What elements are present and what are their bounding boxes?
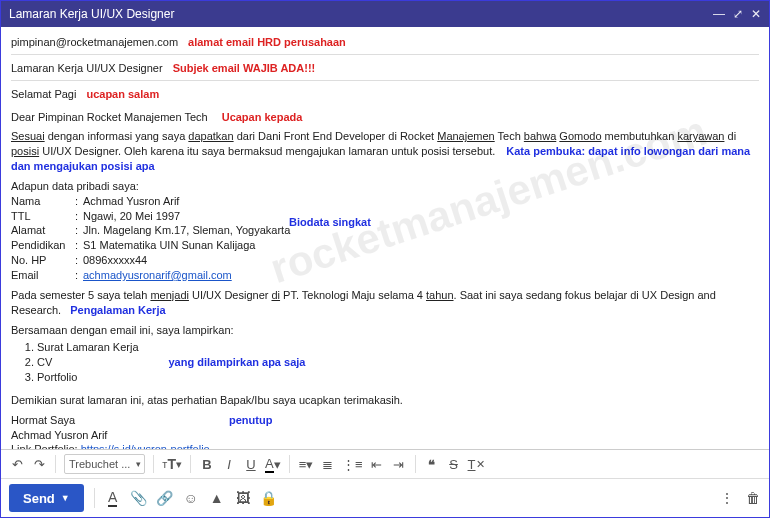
- annotation-close: penutup: [229, 413, 272, 428]
- annotation-subject: Subjek email WAJIB ADA!!!: [173, 61, 316, 76]
- attach-icon[interactable]: 📎: [131, 490, 147, 506]
- quote-icon[interactable]: ❝: [424, 454, 440, 474]
- drive-icon[interactable]: ▲: [209, 490, 225, 506]
- biodata-email-link[interactable]: achmadyusronarif@gmail.com: [83, 268, 232, 283]
- action-bar: Send▼ A 📎 🔗 ☺ ▲ 🖼 🔒 ⋮ 🗑: [1, 479, 769, 517]
- clear-format-button[interactable]: T✕: [468, 454, 485, 474]
- underline-button[interactable]: U: [243, 454, 259, 474]
- annotation-dear: Ucapan kepada: [222, 110, 303, 125]
- attachments-block: Bersamaan dengan email ini, saya lampirk…: [11, 323, 759, 388]
- portfolio-link[interactable]: https://s.id/yusron-portfolio: [81, 443, 210, 449]
- dear-text: Dear Pimpinan Rocket Manajemen Tech: [11, 110, 208, 125]
- close-icon[interactable]: ✕: [751, 7, 761, 21]
- more-icon[interactable]: ⋮: [719, 490, 735, 506]
- maximize-icon[interactable]: ⤢: [733, 7, 743, 21]
- confidential-icon[interactable]: 🔒: [261, 490, 277, 506]
- bullet-list-button[interactable]: ⋮≡: [342, 454, 363, 474]
- bold-button[interactable]: B: [199, 454, 215, 474]
- font-select[interactable]: Trebuchet ...: [64, 454, 145, 474]
- annotation-greet: ucapan salam: [86, 87, 159, 102]
- text-color-button[interactable]: A▾: [265, 454, 281, 474]
- annotation-to: alamat email HRD perusahaan: [188, 35, 346, 50]
- format-toolbar: ↶ ↷ Trebuchet ... тT▾ B I U A▾ ≡▾ ≣ ⋮≡ ⇤…: [1, 449, 769, 479]
- window-title: Lamaran Kerja UI/UX Designer: [9, 7, 713, 21]
- sign-off-1: Hormat Saya: [11, 413, 759, 428]
- sign-off-2: Achmad Yusron Arif: [11, 428, 759, 443]
- experience-paragraph: Pada semester 5 saya telah menjadi UI/UX…: [11, 288, 759, 318]
- send-button[interactable]: Send▼: [9, 484, 84, 512]
- closing-text: Demikian surat lamaran ini, atas perhati…: [11, 393, 759, 408]
- intro-paragraph: Sesuai dengan informasi yang saya dapatk…: [11, 129, 759, 174]
- image-icon[interactable]: 🖼: [235, 490, 251, 506]
- font-size-icon[interactable]: тT▾: [162, 454, 182, 474]
- redo-icon[interactable]: ↷: [31, 454, 47, 474]
- align-button[interactable]: ≡▾: [298, 454, 314, 474]
- text-format-icon[interactable]: A: [105, 490, 121, 506]
- minimize-icon[interactable]: —: [713, 7, 725, 21]
- indent-less-button[interactable]: ⇤: [369, 454, 385, 474]
- annotation-bio: Biodata singkat: [289, 215, 371, 230]
- undo-icon[interactable]: ↶: [9, 454, 25, 474]
- strikethrough-button[interactable]: S: [446, 454, 462, 474]
- numbered-list-button[interactable]: ≣: [320, 454, 336, 474]
- portfolio-label: Link Portfolio:: [11, 443, 81, 449]
- titlebar: Lamaran Kerja UI/UX Designer — ⤢ ✕: [1, 1, 769, 27]
- indent-more-button[interactable]: ⇥: [391, 454, 407, 474]
- subject-field[interactable]: Lamaran Kerja UI/UX Designer: [11, 61, 163, 76]
- compose-window: Lamaran Kerja UI/UX Designer — ⤢ ✕ rocke…: [0, 0, 770, 518]
- attach-item: Portfolio: [37, 370, 139, 385]
- annotation-exp: Pengalaman Kerja: [70, 304, 165, 316]
- trash-icon[interactable]: 🗑: [745, 490, 761, 506]
- greeting-text: Selamat Pagi: [11, 87, 76, 102]
- attach-item: Surat Lamaran Kerja: [37, 340, 139, 355]
- to-field[interactable]: pimpinan@rocketmanajemen.com: [11, 35, 178, 50]
- emoji-icon[interactable]: ☺: [183, 490, 199, 506]
- link-icon[interactable]: 🔗: [157, 490, 173, 506]
- biodata-head: Adapun data pribadi saya:: [11, 179, 759, 194]
- attach-item: CV: [37, 355, 139, 370]
- italic-button[interactable]: I: [221, 454, 237, 474]
- annotation-attach: yang dilampirkan apa saja: [169, 355, 306, 370]
- biodata-block: Adapun data pribadi saya: Nama:Achmad Yu…: [11, 179, 759, 283]
- attach-head: Bersamaan dengan email ini, saya lampirk…: [11, 323, 759, 338]
- compose-body[interactable]: rocketmanajemen.com pimpinan@rocketmanaj…: [1, 27, 769, 449]
